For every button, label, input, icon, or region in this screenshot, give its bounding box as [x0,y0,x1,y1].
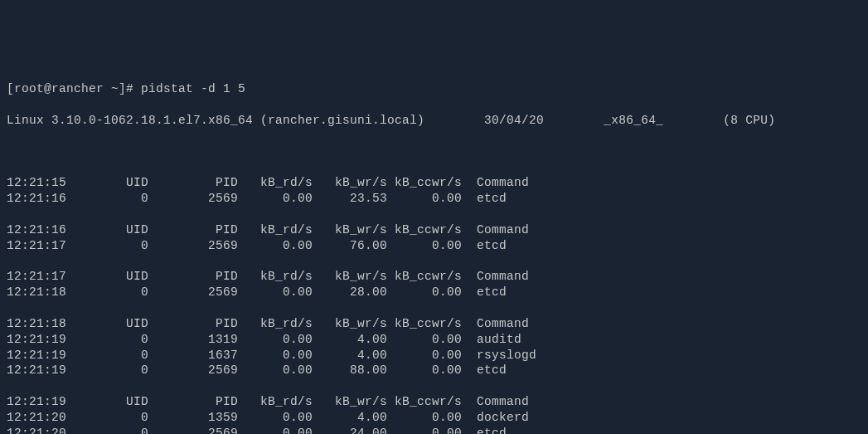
table-row: 12:21:16 0 2569 0.00 23.53 0.00 etcd [7,191,861,207]
table-row: 12:21:18 0 2569 0.00 28.00 0.00 etcd [7,285,861,300]
blank-line [7,254,861,270]
pidstat-blocks: 12:21:15 UID PID kB_rd/s kB_wr/s kB_ccwr… [7,175,861,434]
table-header: 12:21:19 UID PID kB_rd/s kB_wr/s kB_ccwr… [7,394,861,410]
table-header: 12:21:17 UID PID kB_rd/s kB_wr/s kB_ccwr… [7,269,861,285]
cpu-info: (8 CPU) [723,114,775,127]
table-row: 12:21:20 0 2569 0.00 24.00 0.00 etcd [7,426,861,434]
blank-line [7,378,861,394]
date-info: 30/04/20 [484,114,544,127]
blank-line [7,144,861,160]
table-row: 12:21:19 0 1637 0.00 4.00 0.00 rsyslogd [7,348,861,363]
table-row: 12:21:19 0 2569 0.00 88.00 0.00 etcd [7,363,861,378]
table-row: 12:21:17 0 2569 0.00 76.00 0.00 etcd [7,238,861,254]
table-row: 12:21:19 0 1319 0.00 4.00 0.00 auditd [7,332,861,348]
terminal-output: [root@rancher ~]# pidstat -d 1 5 Linux 3… [7,66,861,434]
blank-line [7,207,861,222]
blank-line [7,300,861,316]
system-info-line: Linux 3.10.0-1062.18.1.el7.x86_64 (ranch… [7,113,861,129]
arch-info: _x86_64_ [604,114,663,127]
kernel-info: Linux 3.10.0-1062.18.1.el7.x86_64 (ranch… [7,114,424,127]
table-header: 12:21:18 UID PID kB_rd/s kB_wr/s kB_ccwr… [7,316,861,332]
table-header: 12:21:15 UID PID kB_rd/s kB_wr/s kB_ccwr… [7,175,861,191]
table-header: 12:21:16 UID PID kB_rd/s kB_wr/s kB_ccwr… [7,222,861,238]
table-row: 12:21:20 0 1359 0.00 4.00 0.00 dockerd [7,410,861,426]
command-prompt: [root@rancher ~]# pidstat -d 1 5 [7,81,861,97]
